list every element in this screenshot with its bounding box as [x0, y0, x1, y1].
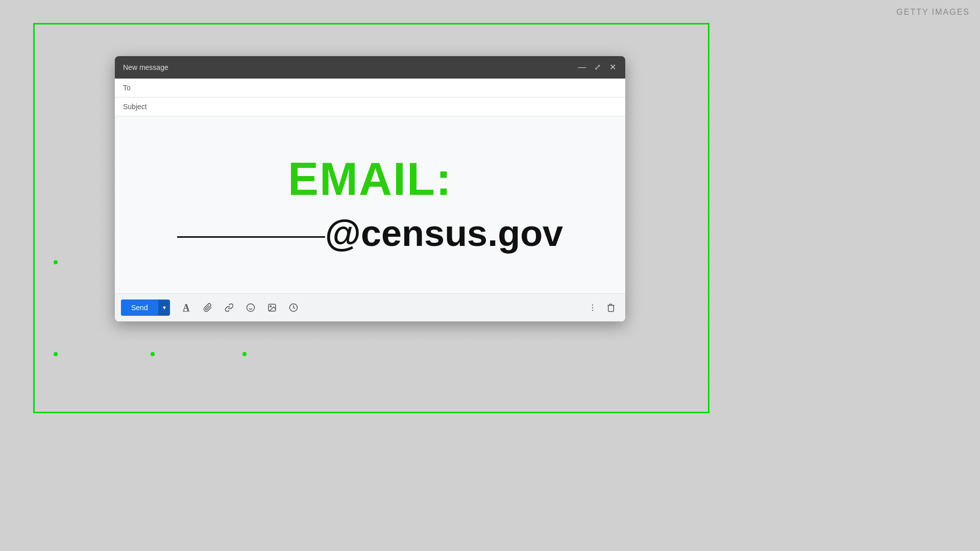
link-icon[interactable] [221, 299, 237, 316]
to-label: To [123, 84, 154, 92]
toolbar-right-icons [584, 299, 619, 316]
email-blank-underline [177, 236, 325, 238]
image-icon[interactable] [264, 299, 280, 316]
getty-watermark: GETTY IMAGES [896, 8, 970, 17]
toolbar-icons: A [178, 299, 302, 316]
compose-toolbar: Send ▾ A [115, 293, 625, 321]
email-domain-text: @census.gov [325, 212, 563, 254]
attach-icon[interactable] [200, 299, 216, 316]
compose-window: New message — ⤢ ✕ To Subject EMAIL: @cen… [115, 56, 625, 321]
window-title: New message [123, 63, 577, 71]
schedule-send-icon[interactable] [285, 299, 302, 316]
more-options-icon[interactable] [584, 299, 601, 316]
svg-point-8 [592, 310, 593, 311]
minimize-button[interactable]: — [577, 63, 586, 72]
send-button-group: Send ▾ [121, 299, 170, 316]
email-headline-label: EMAIL: [288, 156, 452, 202]
svg-point-7 [592, 307, 593, 308]
send-dropdown-button[interactable]: ▾ [158, 300, 170, 315]
to-input[interactable] [154, 84, 617, 92]
compose-body[interactable]: EMAIL: @census.gov [115, 116, 625, 293]
svg-point-0 [247, 304, 254, 312]
format-text-icon[interactable]: A [178, 299, 194, 316]
delete-icon[interactable] [603, 299, 619, 316]
subject-label: Subject [123, 103, 154, 111]
emoji-icon[interactable] [242, 299, 259, 316]
subject-field-row: Subject [115, 97, 625, 116]
subject-input[interactable] [154, 103, 617, 111]
svg-point-6 [592, 305, 593, 306]
send-button[interactable]: Send [121, 299, 158, 316]
svg-point-4 [270, 306, 271, 307]
close-button[interactable]: ✕ [608, 63, 617, 72]
to-field-row: To [115, 79, 625, 97]
title-bar: New message — ⤢ ✕ [115, 56, 625, 79]
window-controls: — ⤢ ✕ [577, 63, 617, 72]
maximize-button[interactable]: ⤢ [593, 63, 602, 72]
email-address-row: @census.gov [177, 212, 563, 254]
